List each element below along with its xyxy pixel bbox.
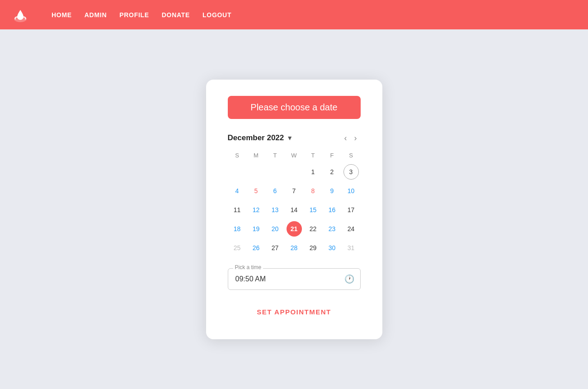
weekday-header: W: [285, 152, 304, 162]
nav-links: HOMEADMINPROFILEDONATELOGOUT: [52, 11, 231, 19]
calendar-day[interactable]: 28: [287, 240, 302, 256]
calendar-day[interactable]: 13: [268, 202, 283, 218]
calendar-cell: 16: [323, 200, 342, 219]
calendar-day[interactable]: 11: [230, 202, 245, 218]
calendar-day[interactable]: 6: [268, 183, 283, 199]
calendar-day[interactable]: 10: [343, 183, 359, 199]
calendar-cell: 27: [266, 238, 285, 257]
month-dropdown-icon[interactable]: ▼: [287, 134, 293, 142]
calendar-week-row: 25262728293031: [228, 238, 361, 257]
calendar: December 2022 ▼ ‹ › SMTWTFS 123456789101…: [228, 132, 361, 257]
calendar-cell: 24: [342, 219, 361, 238]
navbar: HOMEADMINPROFILEDONATELOGOUT: [0, 0, 588, 29]
time-picker-label: Pick a time: [233, 264, 263, 270]
calendar-cell: 25: [228, 238, 247, 257]
calendar-week-row: 45678910: [228, 181, 361, 200]
prev-month-button[interactable]: ‹: [341, 132, 351, 145]
calendar-cell: 9: [323, 181, 342, 200]
time-picker-container: Pick a time 🕐: [228, 268, 361, 290]
calendar-cell: 2: [323, 162, 342, 181]
calendar-cell: 14: [285, 200, 304, 219]
calendar-cell: 11: [228, 200, 247, 219]
weekday-header: F: [323, 152, 342, 162]
calendar-cell: [266, 162, 285, 181]
calendar-month-title: December 2022 ▼: [228, 133, 341, 142]
calendar-cell: 10: [342, 181, 361, 200]
calendar-cell: 19: [247, 219, 266, 238]
calendar-cell: 13: [266, 200, 285, 219]
calendar-cell: 7: [285, 181, 304, 200]
calendar-day[interactable]: 24: [343, 221, 359, 237]
calendar-cell: 17: [342, 200, 361, 219]
calendar-cell: 4: [228, 181, 247, 200]
calendar-day[interactable]: 12: [249, 202, 264, 218]
calendar-day[interactable]: 26: [249, 240, 264, 256]
nav-link-profile[interactable]: PROFILE: [119, 11, 149, 19]
calendar-cell: 5: [247, 181, 266, 200]
calendar-day[interactable]: 3: [343, 164, 359, 180]
calendar-cell: 3: [342, 162, 361, 181]
calendar-cell: [247, 162, 266, 181]
calendar-day[interactable]: 21: [287, 221, 302, 237]
calendar-day[interactable]: 25: [230, 240, 245, 256]
calendar-cell: 1: [304, 162, 323, 181]
calendar-day[interactable]: 9: [325, 183, 340, 199]
calendar-day[interactable]: 30: [325, 240, 340, 256]
calendar-cell: 23: [323, 219, 342, 238]
calendar-cell: 22: [304, 219, 323, 238]
calendar-cell: 28: [285, 238, 304, 257]
calendar-day[interactable]: 14: [287, 202, 302, 218]
calendar-header: December 2022 ▼ ‹ ›: [228, 132, 361, 145]
calendar-cell: 21: [285, 219, 304, 238]
nav-link-home[interactable]: HOME: [52, 11, 72, 19]
month-label: December 2022: [228, 133, 284, 142]
appointment-card: Please choose a date December 2022 ▼ ‹ ›…: [206, 80, 382, 339]
calendar-grid: SMTWTFS 12345678910111213141516171819202…: [228, 152, 361, 257]
calendar-cell: 12: [247, 200, 266, 219]
logo: [11, 5, 30, 24]
calendar-cell: [228, 162, 247, 181]
calendar-cell: 31: [342, 238, 361, 257]
calendar-cell: 6: [266, 181, 285, 200]
calendar-day[interactable]: 20: [268, 221, 283, 237]
time-picker-input[interactable]: [228, 268, 361, 290]
calendar-day[interactable]: 23: [325, 221, 340, 237]
calendar-cell: 8: [304, 181, 323, 200]
calendar-day[interactable]: 19: [249, 221, 264, 237]
calendar-day[interactable]: 22: [306, 221, 321, 237]
page-body: Please choose a date December 2022 ▼ ‹ ›…: [0, 29, 588, 389]
calendar-cell: 26: [247, 238, 266, 257]
next-month-button[interactable]: ›: [351, 132, 361, 145]
calendar-day[interactable]: 17: [343, 202, 359, 218]
calendar-day[interactable]: 31: [343, 240, 359, 256]
calendar-weekdays-row: SMTWTFS: [228, 152, 361, 162]
calendar-week-row: 18192021222324: [228, 219, 361, 238]
nav-link-donate[interactable]: DONATE: [162, 11, 190, 19]
calendar-cell: 29: [304, 238, 323, 257]
set-appointment-button[interactable]: SET APPOINTMENT: [228, 303, 361, 321]
calendar-day[interactable]: 16: [325, 202, 340, 218]
calendar-cell: [285, 162, 304, 181]
calendar-day[interactable]: 8: [306, 183, 321, 199]
calendar-day[interactable]: 27: [268, 240, 283, 256]
nav-link-logout[interactable]: LOGOUT: [202, 11, 231, 19]
weekday-header: M: [247, 152, 266, 162]
calendar-day[interactable]: 29: [306, 240, 321, 256]
calendar-day[interactable]: 7: [287, 183, 302, 199]
date-badge: Please choose a date: [228, 96, 361, 119]
calendar-day[interactable]: 1: [306, 164, 321, 180]
calendar-week-row: 11121314151617: [228, 200, 361, 219]
calendar-cell: 18: [228, 219, 247, 238]
calendar-day[interactable]: 2: [325, 164, 340, 180]
calendar-day[interactable]: 18: [230, 221, 245, 237]
calendar-day[interactable]: 15: [306, 202, 321, 218]
calendar-day[interactable]: 4: [230, 183, 245, 199]
nav-link-admin[interactable]: ADMIN: [85, 11, 107, 19]
weekday-header: S: [228, 152, 247, 162]
calendar-cell: 15: [304, 200, 323, 219]
calendar-body: 1234567891011121314151617181920212223242…: [228, 162, 361, 257]
weekday-header: T: [304, 152, 323, 162]
calendar-cell: 30: [323, 238, 342, 257]
calendar-day[interactable]: 5: [249, 183, 264, 199]
weekday-header: S: [342, 152, 361, 162]
